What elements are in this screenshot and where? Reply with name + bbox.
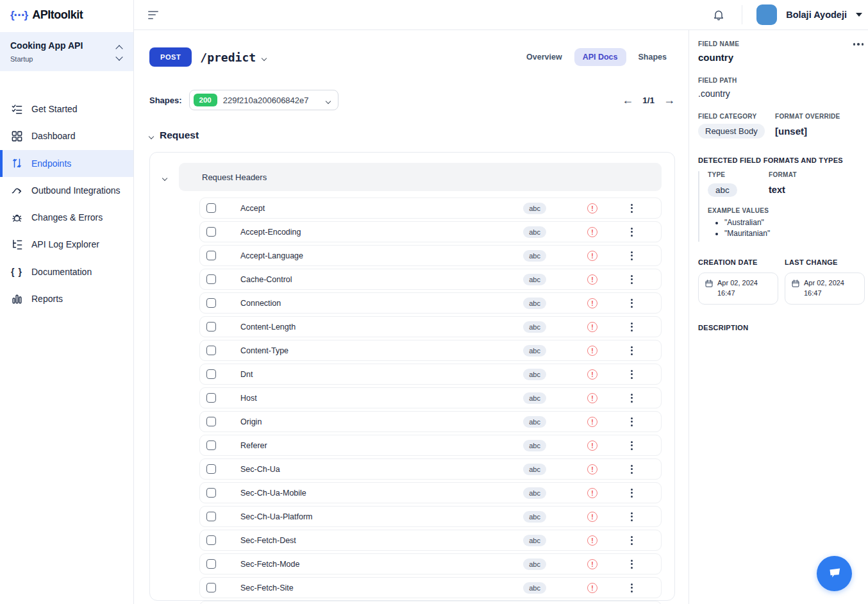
header-row[interactable]: Referer abc ! bbox=[199, 435, 662, 456]
row-checkbox[interactable] bbox=[206, 203, 216, 213]
header-row[interactable]: Accept-Encoding abc ! bbox=[199, 221, 662, 242]
warning-icon[interactable]: ! bbox=[587, 298, 597, 308]
warning-icon[interactable]: ! bbox=[587, 512, 597, 522]
sidebar-item-outbound-integrations[interactable]: Outbound Integrations bbox=[0, 177, 133, 204]
brand-logo[interactable]: {⋯} APItoolkit bbox=[0, 0, 133, 28]
request-headers-group[interactable]: Request Headers bbox=[179, 163, 662, 191]
warning-icon[interactable]: ! bbox=[587, 346, 597, 356]
header-row[interactable]: Connection abc ! bbox=[199, 292, 662, 314]
warning-icon[interactable]: ! bbox=[587, 274, 597, 285]
kebab-menu-icon[interactable] bbox=[630, 226, 634, 238]
sidebar-item-endpoints[interactable]: Endpoints bbox=[0, 150, 133, 177]
tab-shapes[interactable]: Shapes bbox=[630, 48, 675, 66]
header-row[interactable]: Host abc ! bbox=[199, 387, 662, 408]
header-row[interactable]: Accept abc ! bbox=[199, 197, 662, 219]
warning-icon[interactable]: ! bbox=[587, 440, 597, 451]
warning-icon[interactable]: ! bbox=[587, 535, 597, 546]
header-row[interactable]: Accept-Language abc ! bbox=[199, 245, 662, 266]
row-checkbox[interactable] bbox=[206, 393, 216, 403]
row-checkbox[interactable] bbox=[206, 346, 216, 355]
warning-icon[interactable]: ! bbox=[587, 227, 597, 237]
sidebar: {⋯} APItoolkit Cooking App API Startup G… bbox=[0, 0, 134, 604]
warning-icon[interactable]: ! bbox=[587, 583, 597, 593]
chevron-down-icon[interactable] bbox=[117, 51, 122, 62]
row-checkbox[interactable] bbox=[206, 251, 216, 260]
row-checkbox[interactable] bbox=[206, 298, 216, 308]
kebab-menu-icon[interactable] bbox=[630, 487, 634, 499]
shape-select[interactable]: 200 229f210a200606842e7 bbox=[189, 90, 338, 110]
kebab-menu-icon[interactable] bbox=[630, 250, 634, 262]
row-checkbox[interactable] bbox=[206, 227, 216, 237]
menu-toggle-icon[interactable] bbox=[148, 11, 158, 19]
warning-icon[interactable]: ! bbox=[587, 251, 597, 261]
header-row[interactable]: Sec-Fetch-Dest abc ! bbox=[199, 530, 662, 551]
next-arrow-icon[interactable]: → bbox=[664, 94, 675, 106]
row-checkbox[interactable] bbox=[206, 512, 216, 521]
header-row[interactable]: Sec-Ch-Ua-Mobile abc ! bbox=[199, 482, 662, 503]
sidebar-item-api-log-explorer[interactable]: API Log Explorer bbox=[0, 231, 133, 258]
tab-overview[interactable]: Overview bbox=[518, 48, 571, 66]
notification-bell-icon[interactable] bbox=[712, 8, 725, 21]
prev-arrow-icon[interactable]: ← bbox=[622, 94, 633, 106]
user-avatar[interactable] bbox=[756, 4, 777, 25]
kebab-menu-icon[interactable] bbox=[630, 464, 634, 475]
kebab-menu-icon[interactable] bbox=[630, 203, 634, 214]
format-override-value: [unset] bbox=[775, 126, 840, 137]
endpoint-dropdown-chevron-icon[interactable] bbox=[262, 51, 266, 63]
row-checkbox[interactable] bbox=[206, 488, 216, 498]
header-row[interactable]: Content-Type abc ! bbox=[199, 340, 662, 361]
kebab-menu-icon[interactable] bbox=[630, 321, 634, 333]
kebab-menu-icon[interactable] bbox=[630, 298, 634, 309]
row-checkbox[interactable] bbox=[206, 274, 216, 284]
warning-icon[interactable]: ! bbox=[587, 322, 597, 332]
kebab-menu-icon[interactable] bbox=[630, 535, 634, 546]
header-row[interactable]: Content-Length abc ! bbox=[199, 316, 662, 337]
row-checkbox[interactable] bbox=[206, 440, 216, 450]
kebab-menu-icon[interactable] bbox=[630, 416, 634, 428]
row-checkbox[interactable] bbox=[206, 535, 216, 545]
warning-icon[interactable]: ! bbox=[587, 464, 597, 474]
tab-api-docs[interactable]: API Docs bbox=[574, 48, 626, 66]
project-switcher[interactable]: Cooking App API Startup bbox=[0, 32, 133, 71]
kebab-menu-icon[interactable] bbox=[630, 511, 634, 523]
field-options-icon[interactable] bbox=[852, 40, 865, 48]
row-checkbox[interactable] bbox=[206, 464, 216, 474]
user-name[interactable]: Bolaji Ayodeji bbox=[786, 10, 847, 20]
kebab-menu-icon[interactable] bbox=[630, 274, 634, 285]
warning-icon[interactable]: ! bbox=[587, 369, 597, 380]
sidebar-item-get-started[interactable]: Get Started bbox=[0, 96, 133, 122]
kebab-menu-icon[interactable] bbox=[630, 440, 634, 451]
warning-icon[interactable]: ! bbox=[587, 393, 597, 403]
warning-icon[interactable]: ! bbox=[587, 488, 597, 498]
header-row[interactable]: Sec-Ch-Ua-Platform abc ! bbox=[199, 506, 662, 527]
sidebar-item-reports[interactable]: Reports bbox=[0, 285, 133, 312]
row-checkbox[interactable] bbox=[206, 417, 216, 426]
row-checkbox[interactable] bbox=[206, 583, 216, 592]
warning-icon[interactable]: ! bbox=[587, 559, 597, 569]
row-checkbox[interactable] bbox=[206, 369, 216, 379]
kebab-menu-icon[interactable] bbox=[630, 392, 634, 404]
header-row[interactable]: Sec-Fetch-Mode abc ! bbox=[199, 553, 662, 575]
kebab-menu-icon[interactable] bbox=[630, 558, 634, 570]
header-row[interactable]: Cache-Control abc ! bbox=[199, 269, 662, 290]
sidebar-item-documentation[interactable]: { } Documentation bbox=[0, 258, 133, 285]
sidebar-item-dashboard[interactable]: Dashboard bbox=[0, 122, 133, 149]
chat-widget-button[interactable] bbox=[817, 556, 852, 591]
header-row[interactable]: Sec-Ch-Ua abc ! bbox=[199, 458, 662, 480]
kebab-menu-icon[interactable] bbox=[630, 582, 634, 594]
row-checkbox[interactable] bbox=[206, 559, 216, 569]
warning-icon[interactable]: ! bbox=[587, 417, 597, 427]
sidebar-item-changes-errors[interactable]: Changes & Errors bbox=[0, 204, 133, 231]
header-row[interactable]: Origin abc ! bbox=[199, 411, 662, 432]
kebab-menu-icon[interactable] bbox=[630, 345, 634, 357]
header-row[interactable]: Sec-Fetch-Site abc ! bbox=[199, 577, 662, 598]
kebab-menu-icon[interactable] bbox=[630, 369, 634, 380]
warning-icon[interactable]: ! bbox=[587, 203, 597, 214]
request-section-header[interactable]: Request bbox=[149, 130, 675, 141]
header-row[interactable]: Dnt abc ! bbox=[199, 364, 662, 385]
row-checkbox[interactable] bbox=[206, 322, 216, 331]
method-badge[interactable]: POST bbox=[149, 47, 192, 67]
curly-braces-icon: {⋯} bbox=[10, 8, 28, 22]
user-menu-caret-icon[interactable] bbox=[856, 13, 862, 17]
group-collapse-chevron-icon[interactable] bbox=[163, 171, 179, 183]
